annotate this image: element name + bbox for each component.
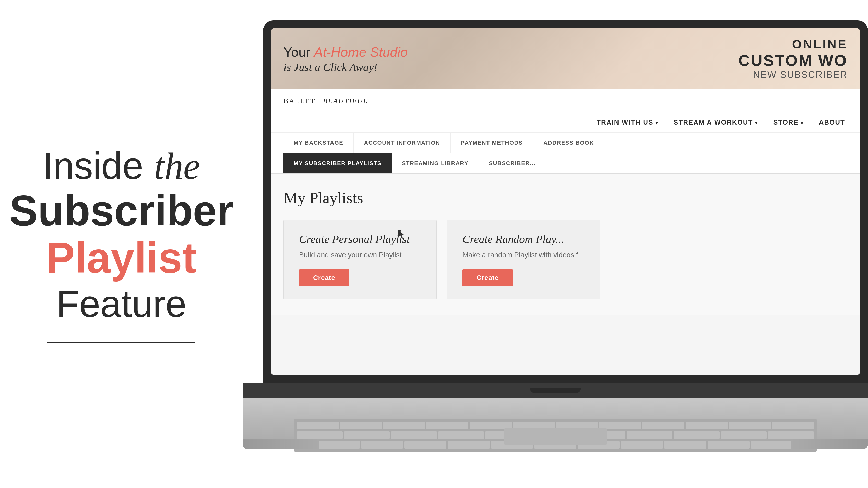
headline-line4: Feature: [9, 281, 234, 327]
key: [621, 441, 663, 449]
key: [297, 422, 339, 429]
key: [708, 441, 750, 449]
create-random-button[interactable]: Create: [463, 269, 513, 286]
main-nav: TRAIN WITH US STREAM A WORKOUT STORE ABO…: [271, 112, 860, 133]
key: [729, 422, 771, 429]
key: [404, 441, 446, 449]
playlist-sub-nav: MY SUBSCRIBER PLAYLISTS STREAMING LIBRAR…: [271, 153, 860, 173]
key: [664, 441, 706, 449]
personal-playlist-desc: Build and save your own Playlist: [299, 251, 421, 259]
site-content: My Playlists Create Personal Playlist Bu…: [271, 173, 860, 315]
tab-payment-methods[interactable]: PAYMENT METHODS: [451, 133, 533, 153]
tab-address-book[interactable]: ADDRESS BOOK: [533, 133, 604, 153]
playlist-cards: Create Personal Playlist Build and save …: [283, 220, 847, 299]
nav-store[interactable]: STORE: [773, 119, 804, 126]
key: [383, 422, 425, 429]
personal-playlist-card: Create Personal Playlist Build and save …: [283, 220, 437, 299]
divider: [47, 342, 195, 343]
random-playlist-card: Create Random Play... Make a random Play…: [447, 220, 600, 299]
banner-online: ONLINE: [643, 37, 847, 51]
the-text: the: [154, 145, 200, 187]
nav-about[interactable]: ABOUT: [819, 119, 845, 126]
random-playlist-desc: Make a random Playlist with videos f...: [463, 251, 585, 259]
key: [448, 441, 490, 449]
laptop-trackpad: [504, 427, 607, 445]
playlist-text: Playlist: [9, 234, 234, 282]
laptop-keyboard-area: [243, 383, 868, 467]
key: [340, 422, 382, 429]
screen-bezel: Your At-Home Studio is Just a Click Away…: [263, 21, 868, 383]
logo-ballet: BALLET: [283, 97, 315, 105]
laptop-bottom-bezel: [243, 383, 868, 398]
key: [721, 431, 767, 439]
feature-text: Feature: [9, 281, 234, 327]
sub-nav: MY BACKSTAGE ACCOUNT INFORMATION PAYMENT…: [271, 133, 860, 153]
key: [391, 431, 437, 439]
page-title: My Playlists: [283, 189, 847, 207]
key: [361, 441, 403, 449]
tab-subscriber-extra[interactable]: SUBSCRIBER...: [478, 153, 546, 173]
tab-streaming-library[interactable]: STREAMING LIBRARY: [392, 153, 479, 173]
laptop-camera-notch: [530, 388, 581, 393]
site-banner: Your At-Home Studio is Just a Click Away…: [271, 28, 860, 89]
laptop-base: [243, 398, 868, 449]
inside-text: Inside: [43, 145, 154, 187]
banner-at-home-highlight: At-Home Studio: [314, 45, 408, 60]
key: [427, 422, 468, 429]
banner-at-home: Your At-Home Studio: [283, 44, 618, 61]
headline-line3: Playlist: [9, 234, 234, 282]
key: [297, 431, 343, 439]
key: [686, 422, 727, 429]
laptop-foot-right: [792, 439, 868, 449]
tab-subscriber-playlists[interactable]: MY SUBSCRIBER PLAYLISTS: [283, 153, 392, 173]
random-playlist-title: Create Random Play...: [463, 233, 585, 246]
headline-container: Inside the Subscriber Playlist Feature: [9, 145, 234, 327]
banner-click: is Just a Click Away!: [283, 61, 618, 74]
tab-account-info[interactable]: ACCOUNT INFORMATION: [354, 133, 451, 153]
key: [438, 431, 484, 439]
logo-beautiful: BEAUTIFUL: [323, 97, 368, 105]
logo-bar: BALLET BEAUTIFUL: [271, 89, 860, 112]
personal-playlist-title: Create Personal Playlist: [299, 233, 421, 246]
laptop-screen: Your At-Home Studio is Just a Click Away…: [271, 28, 860, 375]
banner-custom: CUSTOM WO: [643, 51, 847, 69]
key: [768, 431, 814, 439]
key: [674, 431, 720, 439]
banner-new: NEW SUBSCRIBER: [643, 69, 847, 80]
headline-line2: Subscriber: [9, 187, 234, 234]
nav-stream-workout[interactable]: STREAM A WORKOUT: [674, 119, 758, 126]
banner-your: Your: [283, 45, 314, 60]
subscriber-text: Subscriber: [9, 187, 234, 234]
key: [344, 431, 390, 439]
headline-inside: Inside the: [9, 145, 234, 187]
create-personal-button[interactable]: Create: [299, 269, 349, 286]
tab-my-backstage[interactable]: MY BACKSTAGE: [283, 133, 354, 153]
nav-train-with-us[interactable]: TRAIN WITH US: [596, 119, 658, 126]
banner-left: Your At-Home Studio is Just a Click Away…: [271, 36, 630, 82]
right-section: Your At-Home Studio is Just a Click Away…: [243, 0, 868, 488]
laptop-foot-left: [243, 439, 319, 449]
left-section: Inside the Subscriber Playlist Feature: [0, 0, 243, 488]
headline-line1: Inside the: [9, 145, 234, 187]
banner-right: ONLINE CUSTOM WO NEW SUBSCRIBER: [630, 32, 860, 85]
key: [627, 431, 673, 439]
site-logo: BALLET BEAUTIFUL: [283, 97, 368, 105]
laptop: Your At-Home Studio is Just a Click Away…: [243, 21, 868, 467]
key: [772, 422, 814, 429]
key: [642, 422, 684, 429]
